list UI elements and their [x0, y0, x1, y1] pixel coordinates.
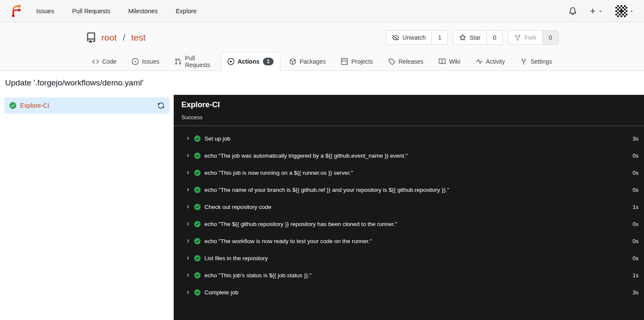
repo-tabs: Code Issues Pull Requests Actions 1 Pack… — [86, 52, 559, 70]
job-steps-list: Set up job 3s echo "The job was automati… — [174, 126, 644, 305]
job-step-row[interactable]: List files in the repository 0s — [174, 250, 644, 267]
chevron-right-icon[interactable] — [185, 273, 190, 278]
plus-icon — [589, 8, 596, 15]
step-duration: 0s — [632, 255, 638, 261]
step-name: echo "The workflow is now ready to test … — [204, 238, 372, 244]
step-duration: 3s — [632, 289, 638, 296]
tab-label: Code — [102, 58, 117, 65]
job-step-row[interactable]: echo "This job's status is ${{ job.statu… — [174, 267, 644, 284]
job-step-row[interactable]: Check out repository code 1s — [174, 198, 644, 215]
chevron-right-icon[interactable] — [185, 153, 190, 158]
forks-count[interactable]: 0 — [542, 31, 558, 44]
pulse-icon — [476, 58, 483, 65]
chevron-right-icon[interactable] — [185, 170, 190, 175]
chevron-right-icon[interactable] — [185, 255, 190, 261]
fork-button-group: Fork 0 — [508, 30, 559, 45]
tab-label: Issues — [142, 58, 159, 65]
page-title: Update '.forgejo/workflows/demo.yaml' — [5, 78, 639, 88]
tab-label: Actions — [238, 58, 259, 65]
navbar-right — [569, 5, 634, 17]
job-title: Explore-CI — [181, 100, 636, 109]
chevron-right-icon[interactable] — [185, 204, 190, 209]
chevron-right-icon[interactable] — [185, 238, 190, 244]
tab-activity[interactable]: Activity — [469, 52, 511, 70]
job-step-row[interactable]: Complete job 3s — [174, 284, 644, 301]
repo-owner-link[interactable]: root — [102, 32, 117, 43]
tab-issues[interactable]: Issues — [125, 52, 166, 70]
job-status-text: Success — [181, 114, 636, 120]
book-icon — [439, 58, 446, 65]
step-name: echo "This job is now running on a ${{ r… — [204, 170, 353, 176]
nav-link-explore[interactable]: Explore — [176, 8, 197, 15]
tab-code[interactable]: Code — [86, 52, 123, 70]
top-navbar: Issues Pull Requests Milestones Explore — [0, 0, 644, 22]
success-check-circle-icon — [194, 255, 201, 261]
tab-actions[interactable]: Actions 1 — [221, 52, 280, 71]
job-step-row[interactable]: echo "This job is now running on a ${{ r… — [174, 164, 644, 181]
user-menu[interactable] — [615, 5, 634, 17]
chevron-right-icon[interactable] — [185, 187, 190, 192]
user-avatar — [615, 5, 627, 17]
tab-releases[interactable]: Releases — [382, 52, 430, 70]
step-duration: 0s — [632, 238, 638, 244]
success-check-circle-icon — [9, 102, 16, 109]
job-list-item-explore-ci[interactable]: Explore-CI — [4, 97, 169, 114]
chevron-right-icon[interactable] — [185, 221, 190, 226]
chevron-right-icon[interactable] — [185, 136, 190, 141]
chevron-right-icon[interactable] — [185, 290, 190, 295]
job-name: Explore-CI — [20, 102, 50, 109]
eye-closed-icon — [392, 34, 399, 41]
success-check-circle-icon — [194, 204, 201, 210]
tab-label: Releases — [399, 58, 423, 65]
rerun-sync-icon[interactable] — [157, 102, 164, 109]
tab-pull-requests[interactable]: Pull Requests — [168, 52, 218, 70]
star-button[interactable]: Star — [453, 31, 487, 44]
tag-icon — [388, 58, 395, 65]
step-duration: 0s — [632, 170, 638, 176]
unwatch-button-group: Unwatch 1 — [386, 30, 448, 45]
create-new-menu[interactable] — [589, 8, 603, 15]
step-name: Check out repository code — [204, 204, 271, 210]
tab-label: Wiki — [449, 58, 460, 65]
repo-header: root / test Unwatch 1 Star 0 — [0, 22, 644, 71]
step-name: echo "This job's status is ${{ job.statu… — [204, 272, 312, 279]
tab-label: Projects — [351, 58, 373, 65]
star-label: Star — [469, 34, 481, 41]
nav-link-issues[interactable]: Issues — [36, 8, 54, 15]
tab-projects[interactable]: Projects — [335, 52, 379, 70]
nav-link-pull-requests[interactable]: Pull Requests — [72, 8, 110, 15]
issue-circle-dot-icon — [132, 58, 139, 65]
tab-settings[interactable]: Settings — [514, 52, 559, 70]
navbar-links: Issues Pull Requests Milestones Explore — [36, 8, 197, 15]
tab-label: Packages — [300, 58, 326, 65]
fork-button[interactable]: Fork — [508, 31, 542, 44]
code-icon — [92, 58, 99, 65]
forgejo-logo[interactable] — [10, 4, 22, 18]
stars-count[interactable]: 0 — [487, 31, 502, 44]
unwatch-button[interactable]: Unwatch — [386, 31, 431, 44]
step-duration: 1s — [632, 272, 638, 279]
notifications-bell-icon[interactable] — [569, 7, 577, 15]
success-check-circle-icon — [194, 272, 201, 279]
nav-link-milestones[interactable]: Milestones — [128, 8, 157, 15]
actions-count-badge: 1 — [263, 58, 274, 65]
git-pull-request-icon — [175, 58, 181, 65]
job-step-row[interactable]: echo "The job was automatically triggere… — [174, 147, 644, 164]
tab-label: Activity — [486, 58, 505, 65]
job-step-row[interactable]: echo "The ${{ github.repository }} repos… — [174, 215, 644, 232]
tab-packages[interactable]: Packages — [283, 52, 332, 70]
job-log-panel: Explore-CI Success Set up job 3s echo "T… — [174, 95, 644, 320]
step-name: echo "The job was automatically triggere… — [204, 153, 408, 159]
play-circle-icon — [227, 58, 234, 65]
success-check-circle-icon — [194, 187, 201, 193]
job-step-row[interactable]: Set up job 3s — [174, 130, 644, 147]
project-board-icon — [341, 58, 348, 65]
repo-name-link[interactable]: test — [131, 32, 146, 43]
job-step-row[interactable]: echo "The workflow is now ready to test … — [174, 232, 644, 250]
tab-wiki[interactable]: Wiki — [432, 52, 466, 70]
job-step-row[interactable]: echo "The name of your branch is ${{ git… — [174, 181, 644, 198]
watchers-count[interactable]: 1 — [431, 31, 447, 44]
step-duration: 3s — [632, 135, 638, 142]
fork-label: Fork — [525, 34, 536, 41]
star-button-group: Star 0 — [453, 30, 502, 45]
